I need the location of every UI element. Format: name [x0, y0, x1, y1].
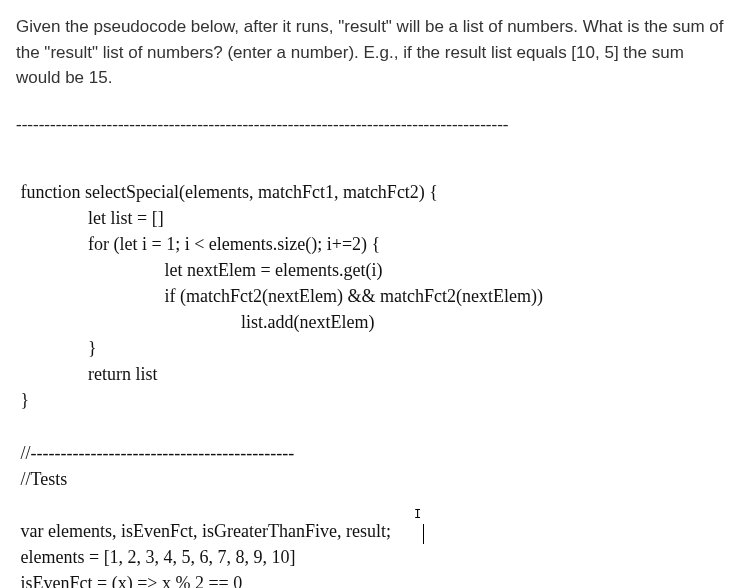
code-line: } — [16, 390, 29, 410]
code-line: if (matchFct2(nextElem) && matchFct2(nex… — [16, 286, 543, 306]
code-line: var elements, isEvenFct, isGreaterThanFi… — [16, 521, 391, 541]
code-line: let nextElem = elements.get(i) — [16, 260, 383, 280]
divider-dashes: ----------------------------------------… — [16, 115, 725, 135]
code-line: let list = [] — [16, 208, 164, 228]
code-line: } — [16, 338, 97, 358]
pseudocode-block: function selectSpecial(elements, matchFc… — [16, 153, 725, 589]
code-line: //Tests — [16, 469, 67, 489]
question-prompt: Given the pseudocode below, after it run… — [16, 14, 725, 91]
code-line: list.add(nextElem) — [16, 312, 374, 332]
code-line: isEvenFct = (x) => x % 2 == 0 — [16, 573, 242, 588]
question-page: Given the pseudocode below, after it run… — [0, 0, 741, 588]
text-cursor-i-icon: I — [414, 507, 421, 524]
text-cursor-bar — [423, 524, 424, 544]
code-line: return list — [16, 364, 158, 384]
code-line: for (let i = 1; i < elements.size(); i+=… — [16, 234, 380, 254]
code-line-caret: I var elements, isEvenFct, isGreaterThan… — [16, 521, 391, 541]
code-line: elements = [1, 2, 3, 4, 5, 6, 7, 8, 9, 1… — [16, 547, 296, 567]
code-line: //--------------------------------------… — [16, 443, 294, 463]
code-line: function selectSpecial(elements, matchFc… — [16, 182, 438, 202]
